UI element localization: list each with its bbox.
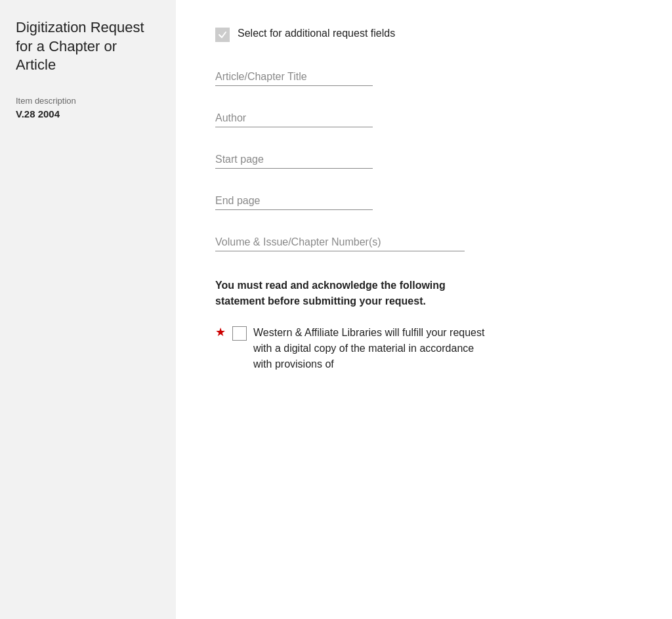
statement-heading: You must read and acknowledge the follow… <box>215 278 491 309</box>
page-title: Digitization Request for a Chapter or Ar… <box>16 18 160 75</box>
additional-fields-checkbox-row: Select for additional request fields <box>215 26 633 42</box>
item-description-value: V.28 2004 <box>16 108 160 119</box>
volume-issue-input[interactable] <box>215 234 465 251</box>
start-page-input[interactable] <box>215 151 373 169</box>
required-star-icon: ★ <box>215 326 226 338</box>
agreement-row: ★ Western & Affiliate Libraries will ful… <box>215 325 633 372</box>
start-page-field <box>215 151 633 169</box>
agreement-checkbox[interactable] <box>232 326 247 341</box>
author-field <box>215 110 633 127</box>
article-chapter-title-field <box>215 68 633 86</box>
agreement-text: Western & Affiliate Libraries will fulfi… <box>253 325 490 372</box>
end-page-field <box>215 192 633 210</box>
item-description-label: Item description <box>16 96 160 106</box>
volume-issue-field <box>215 234 633 251</box>
author-input[interactable] <box>215 110 373 127</box>
sidebar: Digitization Request for a Chapter or Ar… <box>0 0 176 619</box>
end-page-input[interactable] <box>215 192 373 210</box>
main-content: Select for additional request fields You… <box>176 0 672 619</box>
additional-fields-label: Select for additional request fields <box>238 26 395 41</box>
additional-fields-checkbox[interactable] <box>215 28 230 42</box>
article-chapter-title-input[interactable] <box>215 68 373 86</box>
